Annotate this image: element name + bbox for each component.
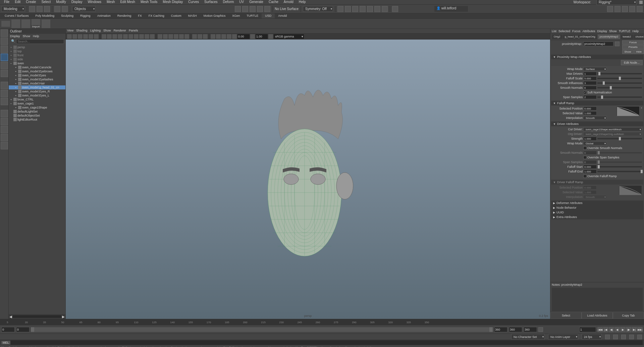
menu-select[interactable]: Select: [39, 0, 53, 4]
outliner-item[interactable]: +sven_model:Eyes: [9, 73, 65, 77]
menu-mesh[interactable]: Mesh: [104, 0, 117, 4]
attr-menu-item[interactable]: Selected: [558, 29, 570, 33]
goto-end-icon[interactable]: ▶▶|: [637, 327, 643, 332]
shelf-item-import-icon[interactable]: [32, 19, 40, 25]
smooth-normals-input[interactable]: [583, 86, 597, 90]
smooth-influences-input[interactable]: [583, 81, 597, 85]
playback-start-input[interactable]: [16, 327, 30, 332]
section-falloff-ramp[interactable]: ▼ Falloff Ramp: [551, 101, 643, 106]
expand-icon[interactable]: +: [14, 90, 17, 93]
soft-normalization-checkbox[interactable]: ✓: [583, 91, 587, 94]
falloff-start-input[interactable]: [583, 165, 597, 169]
outliner-item[interactable]: +sven_model:Eyebrows: [9, 69, 65, 73]
menu-mesh-tools[interactable]: Mesh Tools: [138, 0, 160, 4]
range-start-input[interactable]: [1, 327, 15, 332]
user-account[interactable]: 👤 will.telford: [434, 6, 468, 12]
menu-create[interactable]: Create: [23, 0, 39, 4]
range-end-input-2[interactable]: [524, 327, 537, 332]
scroll-left-icon[interactable]: ◀: [9, 315, 12, 319]
vp-tool-icon[interactable]: [211, 34, 215, 39]
menu-display[interactable]: Display: [69, 0, 85, 4]
attr-menu-item[interactable]: Show: [609, 29, 617, 33]
focus-button[interactable]: Focus: [622, 40, 644, 45]
construction-history-icon[interactable]: [392, 6, 398, 12]
outliner-item[interactable]: +sven_model:Eyes_R: [9, 89, 65, 93]
section-uuid[interactable]: ▶UUID: [551, 210, 643, 215]
vp-tool-icon[interactable]: [203, 34, 208, 39]
outliner-item[interactable]: +top: [9, 49, 65, 53]
fps-dropdown[interactable]: 24 fps: [582, 334, 602, 340]
outliner-item[interactable]: +persp: [9, 45, 65, 49]
falloff-start-slider[interactable]: [597, 166, 642, 167]
menu-help[interactable]: Help: [296, 0, 309, 4]
expand-icon[interactable]: +: [9, 50, 13, 53]
vp-tool-icon[interactable]: [198, 34, 202, 39]
vp-menu-view[interactable]: View: [67, 29, 73, 33]
vp-tool-icon[interactable]: [192, 34, 197, 39]
playback-end-input[interactable]: [494, 327, 507, 332]
section-extra[interactable]: ▶Extra Attributes: [551, 215, 643, 219]
vp-tool-icon[interactable]: [112, 34, 117, 39]
menu-generate[interactable]: Generate: [247, 0, 266, 4]
outliner-tree[interactable]: +persp+top+front+side−sven+sven_model:Ca…: [9, 45, 65, 314]
ui-element-icon-4[interactable]: [629, 6, 635, 12]
vp-tool-icon[interactable]: [232, 34, 237, 39]
falloff-ramp-widget[interactable]: [616, 106, 640, 116]
vp-tool-icon[interactable]: [67, 34, 72, 39]
expand-icon[interactable]: +: [9, 46, 13, 49]
vp-tool-icon[interactable]: [102, 34, 106, 39]
step-forward-key-icon[interactable]: ▶|: [632, 327, 637, 332]
menu-surfaces[interactable]: Surfaces: [202, 0, 220, 4]
shelf-tab[interactable]: Rigging: [77, 13, 94, 18]
play-back-icon[interactable]: ◀: [614, 327, 620, 332]
layout-four-icon[interactable]: [1, 118, 8, 125]
save-scene-icon[interactable]: [44, 6, 50, 12]
attr-tab[interactable]: Orig2: [552, 34, 562, 39]
ui-element-icon-1[interactable]: [607, 6, 613, 12]
menu-arnold[interactable]: Arnold: [281, 0, 296, 4]
scroll-right-icon[interactable]: ▶: [62, 315, 65, 319]
override-span-checkbox[interactable]: [583, 156, 587, 159]
notes-textarea[interactable]: [552, 288, 643, 311]
command-input[interactable]: [10, 340, 643, 345]
shelf-tab[interactable]: USD: [262, 13, 275, 18]
vp-gamma-input[interactable]: 1.00: [256, 34, 268, 39]
vp-tool-icon[interactable]: [163, 34, 168, 39]
expand-icon[interactable]: +: [9, 98, 13, 101]
render-frame-icon[interactable]: [352, 6, 358, 12]
step-back-key-icon[interactable]: |◀: [603, 327, 608, 332]
load-attributes-button[interactable]: Load Attributes: [582, 312, 613, 319]
cur-driver-select[interactable]: sven_cage1Shape.worldMesh: [583, 127, 642, 131]
anim-layer-dropdown[interactable]: No Anim Layer: [548, 334, 578, 340]
attr-menu-item[interactable]: List: [552, 29, 556, 33]
shelf-tab[interactable]: XGen: [229, 13, 243, 18]
layout-three-icon[interactable]: [1, 142, 8, 149]
lock-icon[interactable]: [639, 1, 643, 4]
range-end-input[interactable]: [509, 327, 522, 332]
node-history-icon[interactable]: [615, 42, 620, 46]
workspace-dropdown[interactable]: Rigging*: [596, 0, 637, 5]
span-samples-slider[interactable]: [597, 96, 642, 98]
vp-tool-icon[interactable]: [268, 34, 273, 39]
override-falloff-checkbox[interactable]: [583, 175, 587, 178]
smooth-normals-slider[interactable]: [597, 87, 642, 88]
outliner-menu-help[interactable]: Help: [33, 34, 39, 38]
presets-button[interactable]: Presets: [622, 45, 644, 49]
key-icon[interactable]: [538, 327, 543, 332]
settings-icon[interactable]: [637, 335, 642, 339]
vp-tool-icon[interactable]: [123, 34, 128, 39]
expand-icon[interactable]: +: [9, 54, 13, 57]
strength-input[interactable]: [583, 137, 597, 141]
vp-tool-icon[interactable]: [72, 34, 77, 39]
attr-menu-item[interactable]: Attributes: [583, 29, 595, 33]
driver-wrap-mode-select[interactable]: Global: [583, 141, 607, 145]
menu-mesh-display[interactable]: Mesh Display: [160, 0, 185, 4]
interp-select[interactable]: Smooth: [583, 116, 607, 120]
outliner-item[interactable]: +front: [9, 53, 65, 57]
soft-mod-icon[interactable]: [1, 98, 8, 105]
menu-edit-mesh[interactable]: Edit Mesh: [117, 0, 138, 4]
shelf-tab[interactable]: Sculpting: [58, 13, 77, 18]
character-set-dropdown[interactable]: No Character Set: [511, 334, 545, 340]
hide-button[interactable]: Hide: [634, 50, 644, 54]
shelf-tab[interactable]: Motion Graphics: [200, 13, 229, 18]
